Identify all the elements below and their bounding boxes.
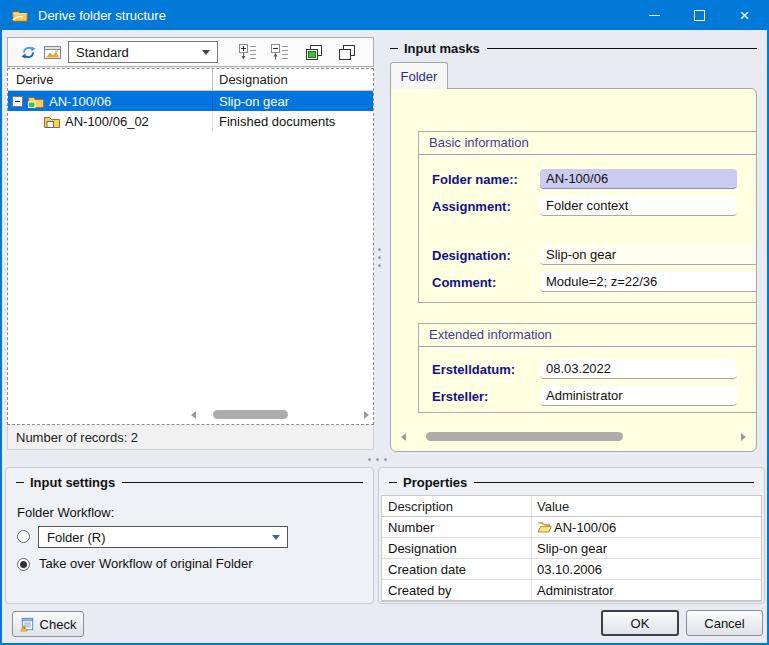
scroll-right-icon[interactable] — [741, 433, 746, 441]
erstelldatum-input[interactable] — [540, 359, 737, 379]
property-row: Designation Slip-on gear — [382, 538, 761, 559]
header-rule — [487, 48, 757, 49]
assignment-label: Assignment: — [432, 199, 538, 214]
tree-cell-name: AN-100/06 — [8, 91, 213, 111]
splitter-dot — [378, 256, 381, 259]
splitter-dot — [376, 458, 379, 461]
check-button[interactable]: Check — [12, 611, 84, 637]
cascade-outline-button[interactable] — [335, 40, 359, 64]
comment-input[interactable] — [540, 272, 757, 292]
refresh-button[interactable] — [16, 40, 40, 64]
app-folder-icon — [11, 8, 29, 23]
collapse-dash-icon[interactable] — [390, 48, 398, 49]
folder-new-icon — [44, 115, 60, 128]
view-mask-button[interactable] — [40, 40, 64, 64]
property-description: Created by — [382, 580, 532, 600]
property-value: 03.10.2006 — [532, 562, 761, 577]
expand-all-icon — [239, 44, 257, 60]
form-horizontal-scrollbar[interactable] — [401, 430, 746, 443]
collapse-dash-icon[interactable] — [389, 482, 397, 483]
tree-column-derive[interactable]: Derive — [8, 69, 213, 90]
collapse-dash-icon[interactable] — [16, 482, 24, 483]
tree-cell-name: AN-100/06_02 — [8, 111, 213, 131]
tree-cell-designation: Finished documents — [213, 114, 373, 129]
designation-input[interactable] — [540, 245, 757, 265]
scrollbar-thumb[interactable] — [426, 432, 622, 441]
cascade-windows-icon — [339, 45, 355, 60]
input-settings-panel: Input settings Folder Workflow: Folder (… — [5, 467, 374, 604]
basic-information-box: Basic information Folder name:: Assignme… — [418, 131, 757, 303]
extended-information-box: Extended information Erstelldatum: Erste… — [418, 323, 757, 413]
chevron-down-icon — [272, 535, 280, 540]
chevron-down-icon — [202, 50, 210, 55]
tree-item-name: AN-100/06 — [49, 94, 111, 109]
property-value-text: AN-100/06 — [554, 520, 616, 535]
basic-information-title: Basic information — [419, 132, 757, 155]
tree-column-designation[interactable]: Designation — [213, 69, 373, 90]
tab-folder[interactable]: Folder — [390, 62, 448, 89]
splitter-dot — [378, 264, 381, 267]
header-rule — [474, 482, 754, 483]
property-value: AN-100/06 — [532, 520, 761, 535]
view-select[interactable]: Standard — [68, 41, 218, 63]
collapse-all-icon — [271, 44, 289, 60]
splitter-dot — [384, 458, 387, 461]
folder-derived-icon — [28, 95, 44, 108]
properties-column-value[interactable]: Value — [532, 499, 761, 514]
folder-workflow-label: Folder Workflow: — [17, 505, 114, 520]
collapse-all-button[interactable] — [268, 40, 292, 64]
view-select-value: Standard — [76, 45, 129, 60]
derive-tree: Derive Designation AN-100/06 Slip-on gea… — [7, 68, 374, 425]
assignment-input[interactable] — [540, 196, 737, 216]
collapse-expander-icon[interactable] — [12, 96, 23, 107]
window-controls: × — [632, 0, 767, 30]
dialog-derive-folder-structure: Derive folder structure × Sta — [0, 0, 769, 645]
tree-horizontal-scrollbar[interactable] — [191, 408, 369, 421]
property-row: Number AN-100/06 — [382, 517, 761, 538]
cancel-button[interactable]: Cancel — [686, 610, 763, 636]
refresh-icon — [20, 44, 37, 61]
scroll-right-icon[interactable] — [364, 411, 369, 419]
record-count-status: Number of records: 2 — [7, 426, 374, 450]
folder-input-mask: Basic information Folder name:: Assignme… — [390, 88, 757, 452]
tree-row[interactable]: AN-100/06 Slip-on gear — [8, 91, 373, 111]
scrollbar-thumb[interactable] — [213, 410, 288, 419]
close-button[interactable]: × — [722, 0, 767, 30]
properties-table-header: Description Value — [382, 496, 761, 517]
scrollbar-track — [410, 432, 737, 441]
workflow-select-radio[interactable] — [17, 530, 30, 543]
property-row: Created by Administrator — [382, 580, 761, 601]
property-description: Creation date — [382, 559, 532, 579]
tree-row[interactable]: AN-100/06_02 Finished documents — [8, 111, 373, 131]
tree-item-name: AN-100/06_02 — [65, 114, 149, 129]
properties-title: Properties — [403, 475, 467, 490]
maximize-button[interactable] — [677, 0, 722, 30]
cascade-filled-button[interactable] — [302, 40, 326, 64]
ok-button[interactable]: OK — [601, 610, 679, 636]
folder-open-icon — [537, 521, 552, 533]
workflow-takeover-radio[interactable] — [17, 558, 30, 571]
input-settings-title: Input settings — [30, 475, 115, 490]
folder-name-label: Folder name:: — [432, 172, 538, 187]
horizontal-splitter[interactable] — [368, 458, 387, 461]
scroll-left-icon[interactable] — [401, 433, 406, 441]
property-value: Slip-on gear — [532, 541, 761, 556]
minimize-button[interactable] — [632, 0, 677, 30]
tree-header: Derive Designation — [8, 69, 373, 91]
workflow-dropdown-value: Folder (R) — [47, 530, 106, 545]
maximize-icon — [694, 10, 705, 21]
ersteller-input[interactable] — [540, 386, 737, 406]
workflow-dropdown[interactable]: Folder (R) — [38, 526, 288, 548]
vertical-splitter[interactable] — [378, 248, 381, 267]
property-value: Administrator — [532, 583, 761, 598]
splitter-dot — [368, 458, 371, 461]
input-masks-title: Input masks — [404, 41, 480, 56]
window-title: Derive folder structure — [38, 8, 166, 23]
properties-column-description[interactable]: Description — [382, 496, 532, 516]
scroll-left-icon[interactable] — [191, 411, 196, 419]
expand-all-button[interactable] — [236, 40, 260, 64]
folder-name-input[interactable] — [540, 169, 737, 189]
extended-information-title: Extended information — [419, 324, 757, 347]
property-description: Designation — [382, 538, 532, 558]
titlebar: Derive folder structure × — [2, 0, 767, 30]
